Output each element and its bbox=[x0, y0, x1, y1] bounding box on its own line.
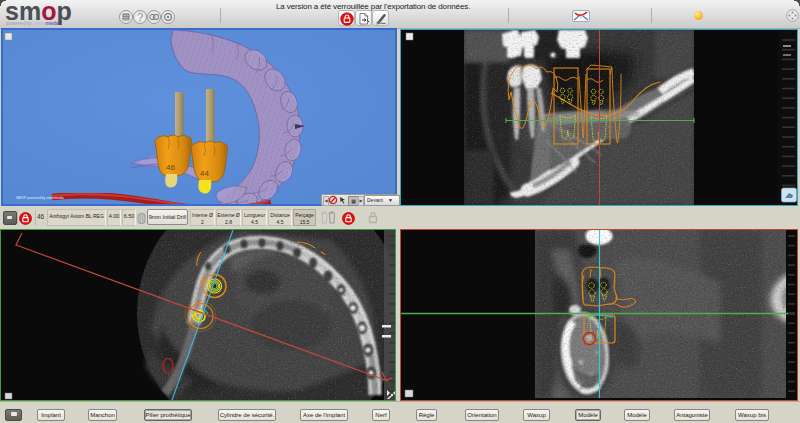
svg-text:SMOP powered by swissmeda: SMOP powered by swissmeda bbox=[16, 196, 64, 200]
svg-text:44: 44 bbox=[200, 169, 209, 178]
svg-text:46: 46 bbox=[166, 163, 175, 172]
